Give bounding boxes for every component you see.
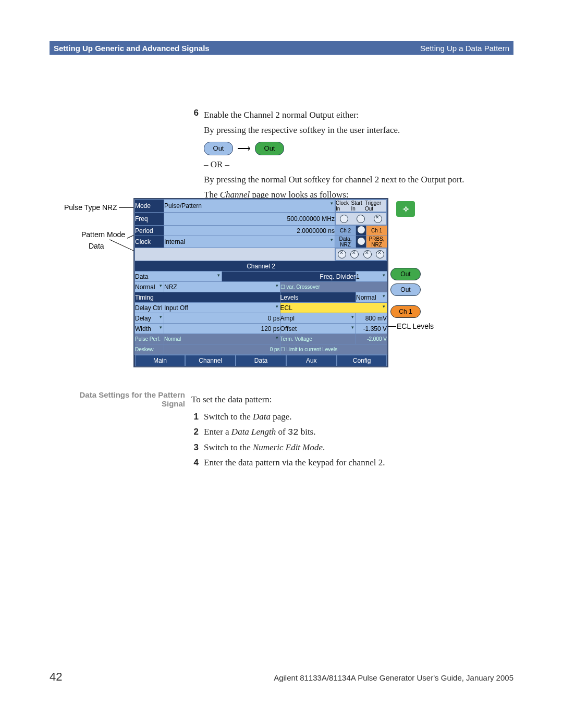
instrument-logo-icon: ✧	[396, 201, 415, 217]
pulseperf-label: Pulse Perf.	[135, 334, 164, 344]
section-channel2: Channel 2	[135, 261, 387, 272]
offset-value[interactable]: -1.350 V	[356, 324, 387, 334]
width-value[interactable]: 120 ps	[164, 324, 280, 334]
period-value[interactable]: 2.0000000 ns	[164, 226, 335, 236]
limit-check[interactable]: ☐ Limit to current Levels	[280, 344, 387, 355]
page-number: 42	[50, 670, 62, 684]
nrz-dropdown[interactable]: NRZ	[164, 282, 280, 292]
out-pill-on: Out	[255, 142, 284, 155]
callout-pattern-mode: Pattern Mode	[81, 230, 125, 239]
delay-value[interactable]: 0 ps	[164, 313, 280, 324]
softkey-tabs: Main Channel Data Aux Config	[135, 355, 387, 366]
timing-label: Timing	[135, 292, 280, 303]
clockin-port	[340, 215, 348, 223]
callout-data: Data	[89, 242, 104, 250]
triggerout-port	[374, 215, 382, 223]
out-button[interactable]: Out	[390, 268, 421, 280]
ch1-port	[357, 237, 365, 245]
var-crossover[interactable]: ☐ var. Crossover	[280, 282, 387, 292]
delayctrl-dropdown[interactable]: Delay Ctrl Input Off	[135, 303, 280, 313]
tab-main[interactable]: Main	[135, 355, 186, 366]
mode-label: Mode	[135, 200, 164, 213]
tab-aux[interactable]: Aux	[286, 355, 337, 366]
ch1-btn[interactable]: Ch 1	[366, 226, 387, 236]
side-heading: Data Settings for the Pattern Signal	[57, 390, 185, 408]
normal-dropdown[interactable]: Normal	[135, 282, 164, 292]
offset-label[interactable]: Offset	[280, 324, 356, 334]
levels-label: Levels	[280, 292, 356, 303]
io-row-ports	[335, 213, 387, 225]
callout-pulse-type: Pulse Type NRZ	[64, 203, 117, 212]
callout-ecl: ECL Levels	[397, 322, 434, 330]
steps2-intro: To set the data pattern:	[191, 392, 498, 408]
freq-label: Freq	[135, 213, 164, 226]
delay-label[interactable]: Delay	[135, 313, 164, 324]
header-right: Setting Up a Data Pattern	[420, 44, 509, 53]
termv-label: Term. Voltage	[280, 334, 356, 344]
ch1-side-button[interactable]: Ch 1	[390, 305, 421, 318]
width-label[interactable]: Width	[135, 324, 164, 334]
ecl-dropdown[interactable]: ECL	[280, 303, 387, 313]
out-toggle-illustration: Out ⟶ Out	[204, 142, 464, 155]
step-number: 6	[191, 107, 199, 203]
device-screen: Mode Pulse/Pattern Clock In Start In Tri…	[133, 198, 388, 367]
ch2-btn[interactable]: Ch 2	[335, 226, 356, 236]
step6-line2: By pressing the respective softkey in th…	[204, 124, 464, 137]
tab-channel[interactable]: Channel	[185, 355, 236, 366]
startin-port	[357, 215, 365, 223]
side-buttons: ✧ Out Out Ch 1	[387, 198, 424, 318]
book-title: Agilent 81133A/81134A Pulse Generator Us…	[274, 673, 513, 682]
freqdiv-label: Freq. Divider	[222, 272, 356, 282]
step6-line1: Enable the Channel 2 normal Output eithe…	[204, 109, 464, 122]
io-row-bottom	[335, 248, 387, 261]
header-left: Setting Up Generic and Advanced Signals	[54, 44, 210, 53]
tab-config[interactable]: Config	[337, 355, 387, 366]
data-dropdown[interactable]: Data	[135, 272, 222, 282]
ch1-mode[interactable]: PRBS, NRZ	[366, 236, 387, 248]
out-pill-off: Out	[204, 142, 233, 155]
step6-line3: By pressing the normal Out softkey for c…	[204, 174, 464, 187]
pulseperf-value[interactable]: Normal	[164, 334, 280, 344]
page-footer: 42 Agilent 81133A/81134A Pulse Generator…	[50, 670, 513, 684]
mode-dropdown[interactable]: Pulse/Pattern	[164, 200, 335, 213]
step-6: 6 Enable the Channel 2 normal Output eit…	[191, 107, 498, 203]
freq-value[interactable]: 500.000000 MHz	[164, 213, 335, 226]
termv-value[interactable]: -2.000 V	[356, 334, 387, 344]
out-bar-button[interactable]: Out	[390, 283, 421, 296]
ampl-value[interactable]: 800 mV	[356, 313, 387, 324]
freqdiv-value[interactable]: 1	[356, 272, 387, 282]
clock-dropdown[interactable]: Internal	[164, 236, 335, 248]
arrow-right-icon: ⟶	[237, 142, 251, 155]
ampl-label[interactable]: Ampl	[280, 313, 356, 324]
deskew-label: Deskew	[135, 344, 164, 355]
ch2-port	[357, 226, 365, 234]
clock-label: Clock	[135, 236, 164, 248]
page-header: Setting Up Generic and Advanced Signals …	[50, 41, 513, 55]
tab-data[interactable]: Data	[236, 355, 286, 366]
io-row-top: Clock In Start In Trigger Out	[335, 200, 387, 212]
data-pattern-steps: To set the data pattern: 1 Switch to the…	[191, 390, 498, 470]
steps2-s4: Enter the data pattern via the keypad fo…	[204, 455, 385, 471]
deskew-value[interactable]: 0 ps	[164, 344, 280, 355]
step6-or: – OR –	[204, 158, 464, 171]
ch2-mode[interactable]: Data, NRZ	[335, 236, 356, 248]
period-label: Period	[135, 226, 164, 236]
levels-normal-dropdown[interactable]: Normal	[356, 292, 387, 303]
